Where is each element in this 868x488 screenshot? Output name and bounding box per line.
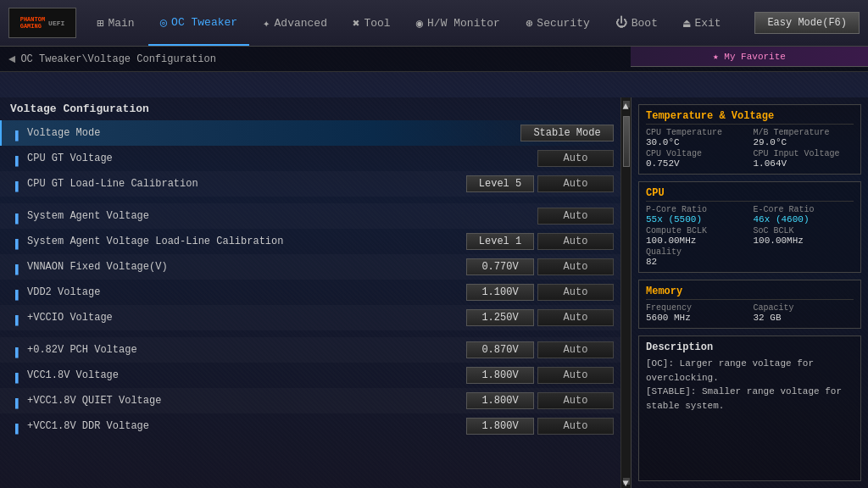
scrollbar[interactable]: ▲ ▼ [620,97,631,488]
soc-bclk-label: SoC BCLK [754,226,854,236]
row-value-left[interactable]: 0.770V [466,258,534,275]
brand-logo: PHANTOMGAMING UEFI [8,8,76,38]
nav-item-tool[interactable]: ✖ Tool [341,0,403,46]
nav-item-oc-tweaker[interactable]: ◎ OC Tweaker [148,0,249,46]
config-row-system-agent-llc[interactable]: ▌ System Agent Voltage Load-Line Calibra… [0,229,620,254]
nav-label-advanced: Advanced [275,17,327,30]
boot-icon: ⏻ [615,16,627,30]
cpu-voltage-label: CPU Voltage [646,149,747,158]
description-title: Description [646,341,854,353]
breadcrumb-back-arrow[interactable]: ◄ [8,53,15,66]
config-row-system-agent-voltage[interactable]: ▌ System Agent Voltage Auto [0,203,620,229]
nav-item-boot[interactable]: ⏻ Boot [604,0,670,46]
memory-grid: Frequency 5600 MHz Capacity 32 GB [646,303,854,323]
row-indicator: ▌ [15,156,20,161]
breadcrumb: OC Tweaker\Voltage Configuration [20,53,215,65]
cpu-temp-label: CPU Temperature [646,128,747,137]
cpu-temp-value: 30.0°C [646,137,747,147]
config-row-vcc18[interactable]: ▌ VCC1.8V Voltage 1.800V Auto [0,363,620,388]
row-value-right[interactable]: Auto [537,150,614,167]
nav-item-main[interactable]: ⊞ Main [85,0,147,46]
right-panel: Temperature & Voltage CPU Temperature 30… [631,97,868,488]
mb-temp-value: 29.0°C [754,137,854,147]
compute-bclk-value: 100.00MHz [646,236,747,246]
row-indicator: ▌ [15,264,20,269]
nav-item-advanced[interactable]: ✦ Advanced [251,0,339,46]
row-label: CPU GT Load-Line Calibration [27,178,463,190]
config-row-cpu-gt-voltage[interactable]: ▌ CPU GT Voltage Auto [0,146,620,171]
config-row-vcc18-quiet[interactable]: ▌ +VCC1.8V QUIET Voltage 1.800V Auto [0,388,620,413]
row-label: VNNAON Fixed Voltage(V) [27,261,463,273]
scrollbar-thumb[interactable] [623,116,630,167]
capacity-value: 32 GB [754,313,854,323]
scroll-up-arrow[interactable]: ▲ [623,101,630,108]
nav-item-hw-monitor[interactable]: ◉ H/W Monitor [404,0,512,46]
left-content-wrapper: Voltage Configuration ▌ Voltage Mode Sta… [0,97,631,488]
nav-item-exit[interactable]: ⏏ Exit [671,0,733,46]
memory-title: Memory [646,286,854,300]
row-value-right[interactable]: Stable Mode [520,125,614,141]
row-indicator: ▌ [15,214,20,219]
config-row-voltage-mode[interactable]: ▌ Voltage Mode Stable Mode [0,120,620,146]
nav-label-security: Security [537,17,589,30]
favorites-bar[interactable]: ★ My Favorite [631,47,868,67]
row-value-right[interactable]: Auto [537,233,614,250]
row-value-right[interactable]: Auto [537,284,614,301]
config-row-pch-voltage[interactable]: ▌ +0.82V PCH Voltage 0.870V Auto [0,337,620,363]
spacer2 [0,330,620,337]
row-value-right[interactable]: Auto [537,175,614,192]
row-value-right[interactable]: Auto [537,341,614,358]
quality-label: Quality [646,247,747,257]
tool-icon: ✖ [353,16,359,30]
description-text: [OC]: Larger range voltage for overclock… [646,357,854,413]
capacity-label: Capacity [754,303,854,313]
row-value-right[interactable]: Auto [537,392,614,409]
row-value-right[interactable]: Auto [537,258,614,275]
description-section: Description [OC]: Larger range voltage f… [638,336,861,481]
row-indicator: ▌ [15,130,20,136]
favorites-label: ★ My Favorite [713,51,786,62]
config-row-vdd2[interactable]: ▌ VDD2 Voltage 1.100V Auto [0,280,620,305]
row-value-left[interactable]: 1.800V [466,392,534,409]
nav-item-security[interactable]: ⊛ Security [514,0,602,46]
logo-area: PHANTOMGAMING UEFI [8,8,76,38]
cpu-voltage-value: 0.752V [646,158,747,169]
row-value-left[interactable]: 1.800V [466,418,534,435]
row-value-left[interactable]: Level 5 [466,175,534,192]
row-value-left[interactable]: 1.100V [466,284,534,301]
config-row-vcc18-ddr[interactable]: ▌ +VCC1.8V DDR Voltage 1.800V Auto [0,413,620,439]
cpu-input-value: 1.064V [754,158,854,169]
freq-value: 5600 MHz [646,313,747,323]
page-title: Voltage Configuration [0,101,620,120]
row-value-right[interactable]: Auto [537,208,614,225]
easy-mode-button[interactable]: Easy Mode(F6) [754,12,860,34]
row-value-left[interactable]: 1.250V [466,309,534,326]
nav-label-oc-tweaker: OC Tweaker [171,16,237,29]
row-value-left[interactable]: 1.800V [466,367,534,384]
row-label: VCC1.8V Voltage [27,369,463,381]
quality-value: 82 [646,257,747,267]
row-label: CPU GT Voltage [27,152,534,164]
config-row-cpu-gt-llc[interactable]: ▌ CPU GT Load-Line Calibration Level 5 A… [0,171,620,197]
memory-section: Memory Frequency 5600 MHz Capacity 32 GB [638,280,861,329]
row-label: System Agent Voltage [27,210,534,222]
row-value-right[interactable]: Auto [537,367,614,384]
scroll-down-arrow[interactable]: ▼ [623,478,630,485]
row-indicator: ▌ [15,290,20,295]
config-row-vccio[interactable]: ▌ +VCCIO Voltage 1.250V Auto [0,305,620,330]
ecore-value: 46x (4600) [754,214,854,225]
row-value-left[interactable]: Level 1 [466,233,534,250]
row-label: +0.82V PCH Voltage [27,344,463,356]
nav-items: ⊞ Main ◎ OC Tweaker ✦ Advanced ✖ Tool ◉ … [85,0,754,46]
config-row-vnnaon[interactable]: ▌ VNNAON Fixed Voltage(V) 0.770V Auto [0,254,620,280]
cpu-input-label: CPU Input Voltage [754,149,854,158]
cpu-grid: P-Core Ratio 55x (5500) E-Core Ratio 46x… [646,205,854,267]
security-icon: ⊛ [526,16,532,30]
row-value-left[interactable]: 0.870V [466,341,534,358]
pcore-label: P-Core Ratio [646,205,747,214]
temp-voltage-grid: CPU Temperature 30.0°C M/B Temperature 2… [646,128,854,169]
compute-bclk-label: Compute BCLK [646,226,747,236]
row-value-right[interactable]: Auto [537,309,614,326]
main-icon: ⊞ [97,16,103,30]
row-value-right[interactable]: Auto [537,418,614,435]
